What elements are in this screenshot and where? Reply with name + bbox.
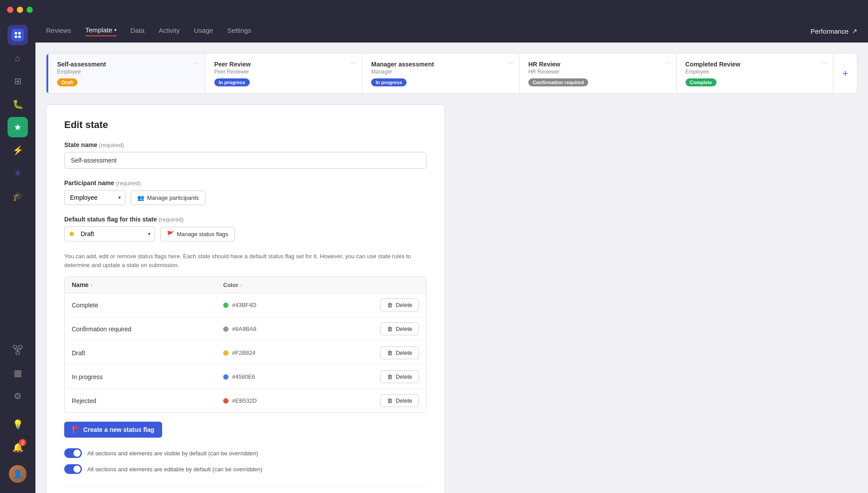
sidebar-item-graduation[interactable]: 🎓 xyxy=(8,186,28,206)
color-dot-inprogress xyxy=(223,374,229,380)
stage-bar: Self-assessment Employee Draft ··· Peer … xyxy=(46,53,857,94)
delete-flag-inprogress[interactable]: 🗑 Delete xyxy=(380,370,419,383)
sidebar-item-asterisk[interactable]: ✳ xyxy=(8,163,28,183)
participant-name-group: Participant name (required) Employee Pee… xyxy=(64,179,426,205)
flag-color-complete: #43BF4D xyxy=(223,302,375,308)
sidebar-item-home[interactable]: ⌂ xyxy=(8,48,28,68)
flag-color-inprogress: #4580E6 xyxy=(223,373,375,380)
toggle-editable-row: All sections and elements are editable b… xyxy=(64,464,426,474)
nav-item-settings[interactable]: Settings xyxy=(227,27,251,36)
flag-name-inprogress: In progress xyxy=(72,373,223,380)
participant-select[interactable]: Employee Peer Reviewer Manager HR Review… xyxy=(64,190,125,205)
delete-flag-draft[interactable]: 🗑 Delete xyxy=(380,346,419,359)
stage-role-4: HR Reviewer xyxy=(528,69,667,75)
user-avatar[interactable]: 👤 xyxy=(8,464,28,484)
delete-flag-confirmation[interactable]: 🗑 Delete xyxy=(380,322,419,335)
stage-hr-review[interactable]: HR Review HR Reviewer Confirmation requi… xyxy=(519,54,677,93)
nav-item-reviews[interactable]: Reviews xyxy=(46,27,71,36)
sort-icon-color[interactable]: ↕ xyxy=(240,283,242,287)
flag-name-draft: Draft xyxy=(72,349,223,357)
status-select[interactable]: Draft In progress Complete Confirmation … xyxy=(64,226,155,241)
close-button[interactable] xyxy=(7,7,13,13)
state-name-label: State name (required) xyxy=(64,141,426,148)
svg-point-4 xyxy=(18,35,21,38)
maximize-button[interactable] xyxy=(27,7,33,13)
main-content: Self-assessment Employee Draft ··· Peer … xyxy=(35,43,868,493)
toggle-visible[interactable] xyxy=(64,448,82,458)
stage-manager-assessment[interactable]: Manager assessment Manager In progress ·… xyxy=(362,54,519,93)
stage-more-4[interactable]: ··· xyxy=(665,59,670,67)
stage-badge-5: Complete xyxy=(686,78,717,86)
stage-name-3: Manager assessment xyxy=(371,61,510,68)
state-name-input[interactable] xyxy=(64,152,426,169)
flag-color-confirmation: #8A9BA8 xyxy=(223,326,375,332)
manage-participants-label: Manage participants xyxy=(147,194,199,201)
sidebar-item-lightning[interactable]: ⚡ xyxy=(8,140,28,160)
color-hex-confirmation: #8A9BA8 xyxy=(232,326,256,332)
stage-role-5: Employee xyxy=(686,69,825,75)
sidebar-item-table[interactable]: ▦ xyxy=(8,363,28,383)
trash-icon: 🗑 xyxy=(387,397,393,404)
add-stage-button[interactable]: + xyxy=(833,54,857,93)
sidebar-icon-logo[interactable] xyxy=(8,25,28,45)
sort-icon[interactable]: ↕ xyxy=(90,283,93,287)
delete-flag-complete[interactable]: 🗑 Delete xyxy=(380,299,419,311)
trash-icon: 🗑 xyxy=(387,373,393,380)
sidebar-item-bell[interactable]: 🔔 2 xyxy=(8,437,28,458)
col-name-header: Name ↕ xyxy=(72,281,223,288)
nav-item-data[interactable]: Data xyxy=(131,27,145,36)
flag-row-confirmation: Confirmation required #8A9BA8 🗑 Delete xyxy=(65,317,426,341)
flag-row-draft: Draft #F2B824 🗑 Delete xyxy=(65,341,426,365)
stage-badge-1: Draft xyxy=(57,78,78,86)
stage-role-3: Manager xyxy=(371,69,510,75)
sidebar-item-bug[interactable]: 🐛 xyxy=(8,94,28,114)
stage-more-3[interactable]: ··· xyxy=(508,59,514,67)
flag-color-rejected: #EB532D xyxy=(223,397,375,404)
sidebar-item-settings[interactable]: ⚙ xyxy=(8,386,28,406)
create-status-flag-button[interactable]: 🚩 Create a new status flag xyxy=(64,422,162,438)
sidebar: ⌂ ⊞ 🐛 ★ ⚡ ✳ 🎓 ▦ ⚙ 💡 🔔 2 👤 xyxy=(0,19,35,493)
stage-more-2[interactable]: ··· xyxy=(351,59,356,67)
color-dot-complete xyxy=(223,303,229,308)
stage-role-1: Employee xyxy=(57,69,196,75)
status-select-wrap: Draft In progress Complete Confirmation … xyxy=(64,226,155,241)
flag-color-draft: #F2B824 xyxy=(223,349,375,356)
stage-more-5[interactable]: ··· xyxy=(822,59,828,67)
svg-rect-6 xyxy=(19,345,22,348)
flag-row-inprogress: In progress #4580E6 🗑 Delete xyxy=(65,365,426,389)
svg-point-1 xyxy=(15,32,17,35)
delete-flag-rejected[interactable]: 🗑 Delete xyxy=(380,394,419,407)
sidebar-item-grid[interactable]: ⊞ xyxy=(8,71,28,91)
sidebar-item-bulb[interactable]: 💡 xyxy=(8,414,28,435)
nav-item-usage[interactable]: Usage xyxy=(194,27,213,36)
manage-status-flags-label: Manage status flags xyxy=(177,231,228,237)
flag-icon-create: 🚩 xyxy=(72,426,80,433)
svg-point-3 xyxy=(15,35,17,38)
info-text: You can add, edit or remove status flags… xyxy=(64,252,426,269)
col-color-header: Color ↕ xyxy=(223,281,375,288)
create-flag-label: Create a new status flag xyxy=(83,426,154,433)
stage-more-1[interactable]: ··· xyxy=(194,59,199,67)
stage-name-2: Peer Review xyxy=(214,61,353,68)
participant-name-label: Participant name (required) xyxy=(64,179,426,186)
sidebar-item-star[interactable]: ★ xyxy=(8,117,28,137)
manage-participants-button[interactable]: 👥 Manage participants xyxy=(131,190,205,205)
default-status-group: Default status flag for this state (requ… xyxy=(64,216,426,241)
stage-completed-review[interactable]: Completed Review Employee Complete ··· xyxy=(677,54,834,93)
sidebar-item-hierarchy[interactable] xyxy=(8,340,28,360)
flags-table-header: Name ↕ Color ↕ xyxy=(65,277,426,293)
default-status-label: Default status flag for this state (requ… xyxy=(64,216,426,223)
color-hex-rejected: #EB532D xyxy=(232,397,257,404)
notification-badge: 2 xyxy=(19,439,26,446)
toggle-editable[interactable] xyxy=(64,464,82,474)
titlebar xyxy=(0,0,868,19)
nav-right-label: Performance xyxy=(810,27,849,35)
toggle-editable-label: All sections and elements are editable b… xyxy=(87,466,262,473)
flag-row-complete: Complete #43BF4D 🗑 Delete xyxy=(65,293,426,317)
stage-self-assessment[interactable]: Self-assessment Employee Draft ··· xyxy=(46,54,205,93)
stage-peer-review[interactable]: Peer Review Peer Reviewer In progress ··… xyxy=(205,54,363,93)
nav-item-template[interactable]: Template ▾ xyxy=(85,26,116,36)
manage-status-flags-button[interactable]: 🚩 Manage status flags xyxy=(160,227,235,241)
nav-item-activity[interactable]: Activity xyxy=(159,27,180,36)
minimize-button[interactable] xyxy=(17,7,23,13)
